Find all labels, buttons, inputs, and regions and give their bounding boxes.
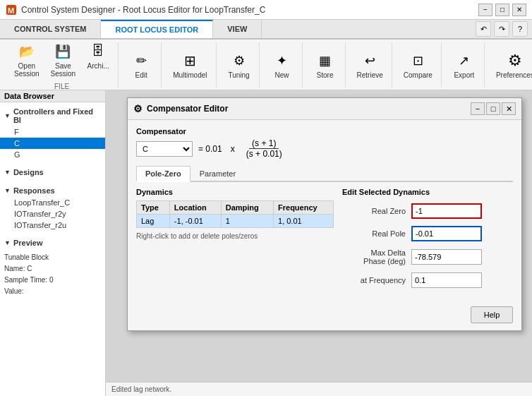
save-session-button[interactable]: 💾 SaveSession — [47, 40, 80, 80]
col-location: Location — [169, 201, 221, 215]
data-browser-label: Data Browser — [0, 90, 105, 102]
compensator-equals: = 0.01 — [198, 144, 222, 154]
dialog-footer: Help — [128, 302, 521, 330]
max-delta-input[interactable] — [411, 249, 482, 265]
retrieve-button[interactable]: ↩ Retrieve — [353, 49, 387, 81]
preview-line-2: Name: C — [4, 263, 101, 275]
archive-button[interactable]: 🗄 Archi... — [83, 40, 114, 80]
open-session-button[interactable]: 📂 OpenSession — [10, 40, 44, 80]
table-row[interactable]: Lag -1, -0.01 1 1, 0.01 — [137, 215, 334, 228]
preferences-icon: ⚙ — [505, 51, 525, 71]
designs-label: Designs — [13, 168, 44, 176]
at-frequency-input[interactable] — [411, 272, 482, 288]
toolbar: 📂 OpenSession 💾 SaveSession 🗄 Archi... F… — [0, 40, 532, 90]
export-button[interactable]: ↗ Export — [449, 49, 480, 81]
col-type: Type — [137, 201, 170, 215]
edit-button[interactable]: ✏ Edit — [126, 49, 157, 81]
preview-line-3: Sample Time: 0 — [4, 275, 101, 286]
sidebar-item-f[interactable]: F — [0, 126, 105, 138]
tab-pole-zero[interactable]: Pole-Zero — [136, 166, 191, 182]
preview-content: Tunable Block Name: C Sample Time: 0 Val… — [0, 249, 105, 300]
help-button[interactable]: Help — [471, 306, 513, 323]
window-controls: − □ ✕ — [478, 4, 526, 16]
store-group: ▦ Store — [306, 42, 346, 88]
file-group-label: FILE — [54, 83, 69, 90]
content-area: ⚙ Compensator Editor − □ ✕ Compensator C — [106, 90, 532, 396]
controllers-label: Controllers and Fixed Bl — [13, 107, 101, 124]
real-zero-input[interactable] — [411, 203, 482, 219]
sidebar-item-iotransfer-r2y[interactable]: IOTransfer_r2y — [0, 208, 105, 220]
dialog-title-bar: ⚙ Compensator Editor − □ ✕ — [128, 98, 521, 120]
sidebar-item-c[interactable]: C — [0, 138, 105, 149]
compensator-select[interactable]: C — [136, 141, 193, 157]
tab-view[interactable]: VIEW — [213, 20, 262, 38]
file-group: 📂 OpenSession 💾 SaveSession 🗄 Archi... F… — [6, 42, 119, 88]
max-delta-label: Max DeltaPhase (deg) — [342, 248, 406, 265]
multimodel-button[interactable]: ⊞ Multimodel — [169, 49, 211, 81]
col-damping: Damping — [221, 201, 273, 215]
designs-header[interactable]: ▼ Designs — [0, 166, 105, 179]
undo-button[interactable]: ↶ — [476, 21, 491, 37]
compare-button[interactable]: ⊡ Compare — [399, 49, 437, 81]
tab-parameter[interactable]: Parameter — [191, 166, 245, 181]
two-col-layout: Dynamics Type Location Damping Frequency — [136, 188, 513, 295]
cell-damping: 1 — [221, 215, 273, 228]
real-pole-row: Real Pole — [342, 226, 513, 241]
edit-section: Edit Selected Dynamics Real Zero Real Po… — [342, 188, 513, 295]
preferences-group: ⚙ Preferences — [488, 42, 532, 88]
preview-header[interactable]: ▼ Preview — [0, 236, 105, 249]
export-icon: ↗ — [454, 51, 474, 71]
compensator-times: x — [231, 144, 235, 154]
minimize-button[interactable]: − — [478, 4, 492, 16]
multimodel-icon: ⊞ — [180, 51, 200, 71]
dialog-minimize-button[interactable]: − — [471, 102, 485, 115]
dynamics-header-row: Type Location Damping Frequency — [137, 201, 334, 215]
preview-line-1: Tunable Block — [4, 252, 101, 263]
redo-button[interactable]: ↷ — [494, 21, 509, 37]
preview-section: ▼ Preview Tunable Block Name: C Sample T… — [0, 234, 105, 303]
responses-header[interactable]: ▼ Responses — [0, 184, 105, 197]
edit-icon: ✏ — [131, 51, 151, 71]
fraction-denominator: (s + 0.01) — [243, 149, 285, 159]
help-toolbar-button[interactable]: ? — [512, 21, 528, 37]
close-button[interactable]: ✕ — [512, 4, 526, 16]
sidebar-item-looptransfer[interactable]: LoopTransfer_C — [0, 197, 105, 208]
tuning-button[interactable]: ⚙ Tuning — [224, 49, 255, 81]
dynamics-section: Dynamics Type Location Damping Frequency — [136, 188, 334, 295]
sidebar-item-g[interactable]: G — [0, 149, 105, 160]
save-icon: 💾 — [53, 42, 73, 61]
dialog-close-button[interactable]: ✕ — [502, 102, 516, 115]
responses-arrow: ▼ — [4, 187, 11, 194]
store-button[interactable]: ▦ Store — [310, 49, 341, 81]
real-pole-input[interactable] — [411, 226, 482, 241]
sidebar-item-iotransfer-r2u[interactable]: IOTransfer_r2u — [0, 220, 105, 231]
dialog-maximize-button[interactable]: □ — [486, 102, 500, 115]
new-icon: ✦ — [272, 51, 292, 71]
new-button[interactable]: ✦ New — [267, 49, 298, 81]
tab-root-locus-editor[interactable]: ROOT LOCUS EDITOR — [101, 20, 213, 38]
cell-frequency: 1, 0.01 — [274, 215, 334, 228]
edit-group: ✏ Edit — [121, 42, 162, 88]
compare-group: ⊡ Compare — [395, 42, 442, 88]
archive-icon: 🗄 — [88, 42, 108, 61]
dialog-title-text: Compensator Editor — [147, 104, 471, 114]
compensator-fraction: (s + 1) (s + 0.01) — [243, 138, 285, 159]
new-group: ✦ New — [262, 42, 303, 88]
designs-arrow: ▼ — [4, 169, 11, 176]
preview-line-4: Value: — [4, 286, 101, 297]
retrieve-group: ↩ Retrieve — [349, 42, 392, 88]
main-area: Data Browser ▼ Controllers and Fixed Bl … — [0, 90, 532, 396]
tuning-group: ⚙ Tuning — [219, 42, 260, 88]
dialog-body: Compensator C = 0.01 x (s + 1) (s + 0.01… — [128, 120, 521, 302]
responses-label: Responses — [13, 186, 55, 195]
preferences-button[interactable]: ⚙ Preferences — [492, 49, 532, 81]
tab-control-system[interactable]: CONTROL SYSTEM — [0, 20, 101, 38]
fraction-numerator: (s + 1) — [249, 138, 279, 149]
export-group: ↗ Export — [445, 42, 485, 88]
designs-section: ▼ Designs — [0, 163, 105, 181]
maximize-button[interactable]: □ — [495, 4, 509, 16]
col-frequency: Frequency — [274, 201, 334, 215]
controllers-header[interactable]: ▼ Controllers and Fixed Bl — [0, 105, 105, 126]
compare-icon: ⊡ — [408, 51, 428, 71]
real-zero-row: Real Zero — [342, 203, 513, 219]
